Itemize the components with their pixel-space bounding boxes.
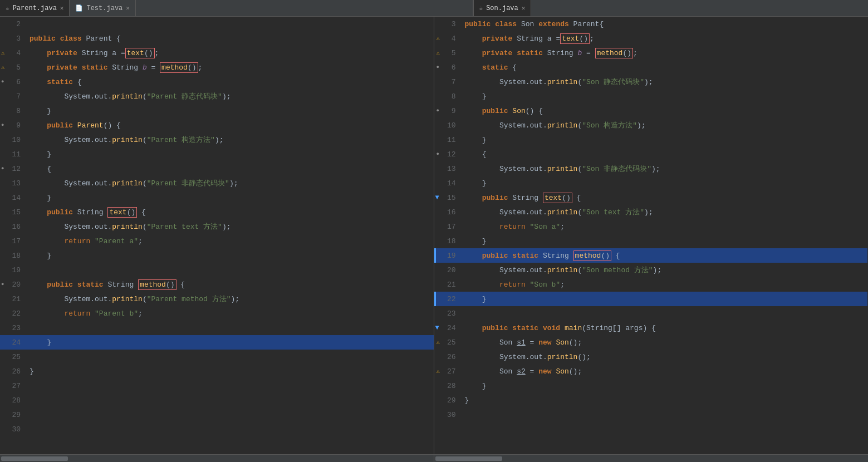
table-row: ● 6 static { [0, 75, 434, 89]
tab-test-java[interactable]: 📄 Test.java ✕ [70, 0, 135, 16]
right-line-num-21: 21 [435, 277, 460, 292]
left-code-table: 2 3 public class Parent { ⚠ 4 private St… [0, 17, 434, 436]
table-row: 10 System.out.println("Parent 构造方法"); [0, 132, 434, 147]
line-num-26: 26 [0, 364, 25, 379]
tabs-bar: ☕ Parent.java ✕ 📄 Test.java ✕ ☕ Son.java… [0, 0, 868, 17]
line-num-22: 22 [0, 306, 25, 321]
line-content-15: public String text() { [25, 205, 434, 219]
table-row: ● 6 static { [435, 60, 867, 75]
line-content-11: } [25, 147, 434, 161]
right-line-content-23 [460, 306, 867, 321]
line-content-17: return "Parent a"; [25, 234, 434, 248]
right-h-scrollbar[interactable] [434, 454, 868, 462]
warning-icon-4: ⚠ [1, 50, 4, 56]
line-content-12: { [25, 161, 434, 176]
line-content-21: System.out.println("Parent method 方法"); [25, 292, 434, 306]
table-row: 10 System.out.println("Son 构造方法"); [435, 118, 867, 132]
tab-parent-close[interactable]: ✕ [60, 4, 64, 12]
table-row: 24 } [0, 335, 434, 350]
line-num-21: 21 [0, 292, 25, 306]
table-row: ⚠ 27 Son s2 = new Son(); [435, 364, 867, 379]
table-row: ● 12 { [435, 147, 867, 161]
left-h-scroll-thumb[interactable] [1, 456, 68, 461]
right-line-num-24: ▼ 24 [435, 321, 460, 335]
right-line-num-30: 30 [435, 407, 460, 422]
right-line-content-22: } [460, 292, 867, 306]
warning-icon-r25: ⚠ [437, 339, 440, 346]
left-scroll-area[interactable]: 2 3 public class Parent { ⚠ 4 private St… [0, 17, 434, 454]
table-row: 26 } [0, 364, 434, 379]
line-content-27 [25, 379, 434, 393]
line-content-20: public static String method() { [25, 277, 434, 292]
right-line-num-18: 18 [435, 234, 460, 248]
right-line-num-9: ● 9 [435, 104, 460, 118]
table-row: 28 } [435, 379, 867, 393]
java-file-icon: ☕ [6, 4, 9, 12]
tab-son-label: Son.java [486, 4, 518, 12]
table-row: 25 [0, 350, 434, 364]
table-row: 30 [435, 407, 867, 422]
line-num-19: 19 [0, 263, 25, 277]
tab-son-java[interactable]: ☕ Son.java ✕ [473, 0, 532, 16]
right-line-content-5: private static String b = method(); [460, 46, 867, 60]
tab-son-close[interactable]: ✕ [522, 4, 526, 12]
right-line-num-23: 23 [435, 306, 460, 321]
line-num-4: ⚠ 4 [0, 46, 25, 60]
line-num-13: 13 [0, 176, 25, 190]
right-line-content-7: System.out.println("Son 静态代码块"); [460, 75, 867, 89]
tab-test-label: Test.java [86, 4, 122, 12]
right-scroll-area[interactable]: 3 public class Son extends Parent{ ⚠ 4 p… [434, 17, 868, 454]
table-row: ⚠ 4 private String a =text(); [435, 31, 867, 46]
table-row: 8 } [0, 104, 434, 118]
right-line-num-3: 3 [435, 17, 460, 31]
tab-parent-label: Parent.java [13, 4, 57, 12]
line-num-20: ● 20 [0, 277, 25, 292]
tab-test-close[interactable]: ✕ [126, 4, 130, 12]
line-content-2 [25, 17, 434, 31]
right-line-num-29: 29 [435, 393, 460, 407]
right-line-num-20: 20 [435, 263, 460, 277]
table-row: 20 System.out.println("Son method 方法"); [435, 263, 867, 277]
editors-container: 2 3 public class Parent { ⚠ 4 private St… [0, 17, 868, 462]
line-content-30 [25, 422, 434, 436]
line-content-18: } [25, 248, 434, 263]
line-content-24: } [25, 335, 434, 350]
line-num-2: 2 [0, 17, 25, 31]
right-line-num-27: ⚠ 27 [435, 364, 460, 379]
right-h-scroll-thumb[interactable] [435, 456, 502, 461]
table-row: 16 System.out.println("Parent text 方法"); [0, 219, 434, 234]
table-row: 15 public String text() { [0, 205, 434, 219]
right-line-content-27: Son s2 = new Son(); [460, 364, 867, 379]
line-content-10: System.out.println("Parent 构造方法"); [25, 132, 434, 147]
line-content-26: } [25, 364, 434, 379]
fold-icon-9: ● [1, 122, 4, 128]
line-content-8: } [25, 104, 434, 118]
line-num-30: 30 [0, 422, 25, 436]
warning-icon-r5: ⚠ [437, 50, 440, 56]
line-content-5: private static String b = method(); [25, 60, 434, 75]
right-line-num-7: 7 [435, 75, 460, 89]
right-code-table: 3 public class Son extends Parent{ ⚠ 4 p… [434, 17, 868, 422]
table-row: ● 9 public Parent() { [0, 118, 434, 132]
right-line-content-30 [460, 407, 867, 422]
line-num-27: 27 [0, 379, 25, 393]
table-row: 2 [0, 17, 434, 31]
fold-icon-r9: ● [437, 108, 439, 114]
right-line-num-17: 17 [435, 219, 460, 234]
left-editor: 2 3 public class Parent { ⚠ 4 private St… [0, 17, 434, 462]
table-row: 17 return "Parent a"; [0, 234, 434, 248]
left-h-scrollbar[interactable] [0, 454, 434, 462]
arrow-icon-r24: ▼ [435, 324, 439, 332]
right-line-num-11: 11 [435, 132, 460, 147]
right-line-num-10: 10 [435, 118, 460, 132]
right-line-content-8: } [460, 89, 867, 104]
right-line-num-15: ▼ 15 [435, 190, 460, 205]
right-line-num-25: ⚠ 25 [435, 335, 460, 350]
tab-parent-java[interactable]: ☕ Parent.java ✕ [0, 0, 70, 16]
right-line-content-3: public class Son extends Parent{ [460, 17, 867, 31]
line-content-23 [25, 321, 434, 335]
table-row: 3 public class Son extends Parent{ [435, 17, 867, 31]
right-line-content-24: public static void main(String[] args) { [460, 321, 867, 335]
table-row: ⚠ 4 private String a =text(); [0, 46, 434, 60]
right-line-num-8: 8 [435, 89, 460, 104]
